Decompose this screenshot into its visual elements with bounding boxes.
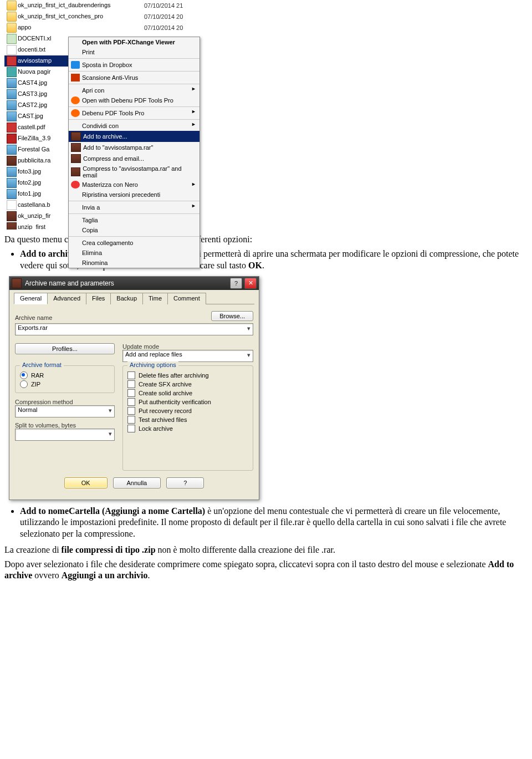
file-type-icon (7, 200, 17, 210)
browse-button[interactable]: Browse... (211, 311, 253, 321)
file-type-icon (7, 100, 17, 110)
file-type-icon (7, 178, 17, 188)
winrar-icon (71, 167, 80, 176)
file-type-icon (7, 123, 17, 133)
winrar-icon (71, 132, 81, 141)
ctx-open-with[interactable]: Apri con (69, 84, 200, 95)
profiles-button[interactable]: Profiles... (15, 343, 115, 354)
ctx-antivirus[interactable]: Scansione Anti-Virus (69, 71, 200, 83)
ctx-nero[interactable]: Masterizza con Nero (69, 180, 200, 190)
tab-files[interactable]: Files (86, 293, 111, 304)
compression-method-label: Compression method (15, 399, 115, 405)
archive-name-label: Archive name (15, 314, 52, 321)
tab-comment[interactable]: Comment (167, 293, 206, 304)
tab-backup[interactable]: Backup (110, 293, 143, 304)
ctx-open-debenu[interactable]: Open with Debenu PDF Tools Pro (69, 95, 200, 105)
tab-general[interactable]: General (14, 293, 48, 304)
opt-recov-checkbox[interactable]: Put recovery record (127, 407, 248, 415)
file-type-icon (7, 78, 17, 88)
file-type-icon (7, 45, 17, 55)
dropbox-icon (71, 61, 80, 69)
file-row[interactable]: ok_unzip_first_ict_conches_pro07/10/2014… (4, 11, 187, 22)
archive-name-input[interactable]: Exports.rar (15, 323, 253, 335)
file-type-icon (7, 189, 17, 199)
update-mode-label: Update mode (122, 343, 253, 350)
file-row[interactable]: ok_unzip_first_ict_daubrenderings07/10/2… (4, 0, 187, 11)
kaspersky-icon (71, 74, 80, 81)
file-type-icon (7, 167, 17, 177)
tab-time[interactable]: Time (142, 293, 168, 304)
archive-format-group: Archive format RAR ZIP (15, 365, 115, 393)
file-type-icon (7, 1, 17, 11)
file-type-icon (7, 12, 17, 22)
ctx-delete[interactable]: Elimina (69, 248, 200, 258)
dialog-tabs: General Advanced Files Backup Time Comme… (14, 292, 254, 304)
ctx-copy[interactable]: Copia (69, 225, 200, 235)
tab-advanced[interactable]: Advanced (47, 293, 86, 304)
ctx-compress-email[interactable]: Compress and email... (69, 153, 200, 164)
file-type-icon (7, 56, 17, 66)
cancel-button[interactable]: Annulla (113, 477, 161, 488)
debenu-icon (71, 109, 80, 117)
titlebar-help-button[interactable]: ? (230, 278, 242, 289)
file-type-icon (7, 67, 17, 77)
winrar-icon (71, 154, 81, 163)
ctx-add-to-rar[interactable]: Add to "avvisostampa.rar" (69, 142, 200, 153)
opt-sfx-checkbox[interactable]: Create SFX archive (127, 380, 248, 388)
file-type-icon (7, 111, 17, 121)
compression-method-select[interactable]: Normal (15, 405, 115, 417)
ctx-debenu[interactable]: Debenu PDF Tools Pro (69, 106, 200, 118)
opt-auth-checkbox[interactable]: Put authenticity verification (127, 398, 248, 406)
file-type-icon (7, 222, 17, 230)
help-button[interactable]: ? (166, 477, 204, 488)
file-type-icon (7, 89, 17, 99)
ctx-send-to[interactable]: Invia a (69, 201, 200, 212)
winrar-dialog: Archive name and parameters ? ✕ General … (9, 276, 259, 500)
ctx-create-link[interactable]: Crea collegamento (69, 236, 200, 248)
winrar-icon (12, 278, 22, 288)
opt-solid-checkbox[interactable]: Create solid archive (127, 389, 248, 397)
format-rar-radio[interactable]: RAR (20, 371, 110, 379)
titlebar-close-button[interactable]: ✕ (244, 278, 257, 289)
ok-button[interactable]: OK (64, 477, 108, 488)
split-volumes-label: Split to volumes, bytes (15, 422, 115, 429)
dialog-title: Archive name and parameters (25, 279, 228, 287)
format-zip-radio[interactable]: ZIP (20, 380, 110, 388)
winrar-icon (71, 143, 81, 152)
file-type-icon (7, 211, 17, 221)
ctx-cut[interactable]: Taglia (69, 213, 200, 225)
ctx-print[interactable]: Print (69, 47, 200, 57)
file-type-icon (7, 23, 17, 33)
context-menu: Open with PDF-XChange Viewer Print Spost… (68, 37, 200, 268)
bullet-add-folder: Add to nomeCartella (Aggiungi a nome Car… (20, 506, 528, 540)
opt-delete-checkbox[interactable]: Delete files after archiving (127, 371, 248, 379)
opt-test-checkbox[interactable]: Test archived files (127, 416, 248, 424)
file-type-icon (7, 156, 17, 166)
split-volumes-input[interactable] (15, 429, 115, 441)
ctx-compress-to-email[interactable]: Compress to "avvisostampa.rar" and email (69, 164, 200, 180)
file-type-icon (7, 134, 17, 144)
ctx-dropbox[interactable]: Sposta in Dropbox (69, 58, 200, 70)
file-row[interactable]: appo07/10/2014 20 (4, 22, 187, 33)
ctx-add-to-archive[interactable]: Add to archive... (69, 131, 200, 142)
file-type-icon (7, 145, 17, 155)
update-mode-select[interactable]: Add and replace files (122, 350, 253, 362)
archiving-options-group: Archiving options Delete files after arc… (122, 365, 253, 471)
ctx-restore[interactable]: Ripristina versioni precedenti (69, 190, 200, 200)
dialog-titlebar: Archive name and parameters ? ✕ (9, 277, 259, 290)
nero-icon (71, 181, 80, 189)
debenu-icon (71, 96, 80, 104)
ctx-rename[interactable]: Rinomina (69, 258, 200, 268)
ctx-share[interactable]: Condividi con (69, 119, 200, 131)
file-type-icon (7, 34, 17, 44)
paragraph-instructions: Dopo aver selezionato i file che desider… (4, 559, 528, 581)
opt-lock-checkbox[interactable]: Lock archive (127, 425, 248, 432)
paragraph-zip: La creazione di file compressi di tipo .… (4, 544, 528, 556)
ctx-open-pdf[interactable]: Open with PDF-XChange Viewer (69, 37, 200, 47)
